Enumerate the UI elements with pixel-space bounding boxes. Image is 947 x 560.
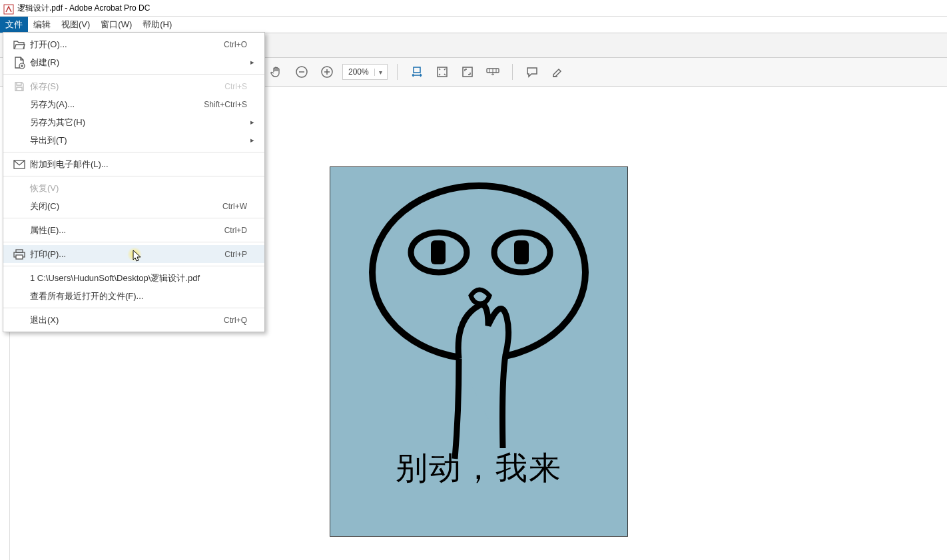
folder-open-icon [10, 39, 29, 50]
file-menu-dropdown: 打开(O)... Ctrl+O 创建(R) ▸ 保存(S) Ctrl+S 另存为… [3, 32, 265, 332]
menu-divider [3, 74, 264, 75]
hand-tool-button[interactable] [266, 62, 286, 82]
submenu-arrow-icon: ▸ [247, 118, 258, 127]
cursor-icon [133, 250, 142, 264]
menu-item-create[interactable]: 创建(R) ▸ [3, 53, 264, 71]
menu-bar: 文件 编辑 视图(V) 窗口(W) 帮助(H) [0, 17, 947, 33]
menu-divider [3, 242, 264, 242]
comment-button[interactable] [522, 62, 542, 82]
read-mode-button[interactable] [483, 62, 503, 82]
svg-rect-16 [431, 240, 446, 264]
menu-item-close[interactable]: 关闭(C) Ctrl+W [3, 197, 264, 215]
menu-help[interactable]: 帮助(H) [137, 17, 177, 33]
svg-rect-25 [16, 255, 23, 259]
toolbar-separator [512, 64, 513, 80]
window-title: 逻辑设计.pdf - Adobe Acrobat Pro DC [17, 0, 150, 16]
menu-divider [3, 152, 264, 152]
menu-item-view-recent[interactable]: 查看所有最近打开的文件(F)... [3, 287, 264, 305]
menu-item-attach-email[interactable]: 附加到电子邮件(L)... [3, 155, 264, 173]
menu-window[interactable]: 窗口(W) [95, 17, 137, 33]
menu-divider [3, 218, 264, 218]
zoom-combo[interactable]: 200% ▾ [342, 64, 388, 80]
menu-file[interactable]: 文件 [0, 17, 28, 33]
menu-item-open[interactable]: 打开(O)... Ctrl+O [3, 35, 264, 53]
print-icon [10, 249, 29, 260]
menu-divider [3, 308, 264, 308]
acrobat-icon [4, 3, 13, 13]
menu-edit[interactable]: 编辑 [28, 17, 56, 33]
file-add-icon [10, 57, 29, 69]
menu-item-save: 保存(S) Ctrl+S [3, 77, 264, 95]
fit-page-button[interactable] [432, 62, 452, 82]
menu-item-export[interactable]: 导出到(T) ▸ [3, 131, 264, 149]
fullscreen-button[interactable] [458, 62, 477, 82]
menu-item-print[interactable]: 打印(P)... Ctrl+P [3, 245, 264, 263]
toolbar-separator [397, 64, 398, 80]
fit-width-button[interactable] [407, 62, 427, 82]
svg-rect-18 [514, 240, 529, 264]
menu-item-recent-1[interactable]: 1 C:\Users\HudunSoft\Desktop\逻辑设计.pdf [3, 269, 264, 287]
image-caption: 别动，我来 [396, 447, 562, 489]
menu-item-saveas-other[interactable]: 另存为其它(H) ▸ [3, 113, 264, 131]
menu-item-revert: 恢复(V) [3, 179, 264, 197]
menu-divider [3, 266, 264, 266]
save-icon [10, 81, 29, 92]
submenu-arrow-icon: ▸ [247, 136, 258, 144]
mail-icon [10, 160, 29, 169]
menu-item-saveas[interactable]: 另存为(A)... Shift+Ctrl+S [3, 95, 264, 113]
zoom-in-button[interactable] [317, 62, 337, 82]
highlight-button[interactable] [547, 62, 567, 82]
svg-rect-8 [463, 67, 472, 77]
menu-view[interactable]: 视图(V) [56, 17, 95, 33]
svg-rect-6 [414, 67, 420, 73]
zoom-value: 200% [343, 67, 374, 77]
cartoon-figure-image [359, 179, 599, 459]
zoom-out-button[interactable] [292, 62, 312, 82]
zoom-dropdown-icon[interactable]: ▾ [374, 69, 387, 76]
menu-item-properties[interactable]: 属性(E)... Ctrl+D [3, 221, 264, 239]
menu-divider [3, 176, 264, 176]
submenu-arrow-icon: ▸ [247, 58, 258, 67]
menu-item-exit[interactable]: 退出(X) Ctrl+Q [3, 311, 264, 329]
pdf-page: 别动，我来 [330, 166, 628, 537]
title-bar: 逻辑设计.pdf - Adobe Acrobat Pro DC [0, 0, 947, 17]
